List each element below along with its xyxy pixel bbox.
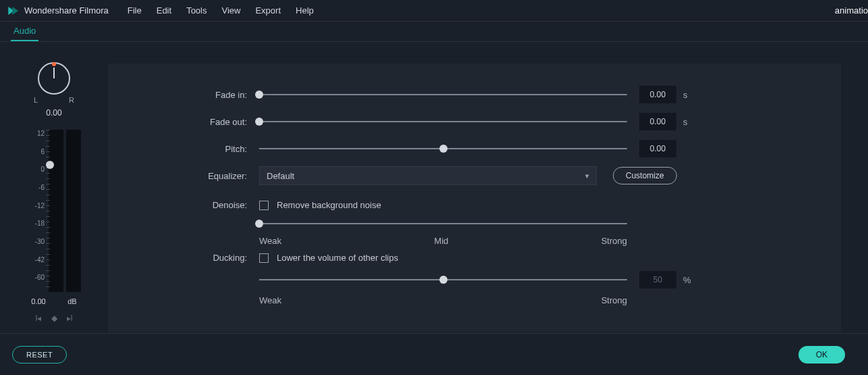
footer: RESET OK bbox=[0, 333, 868, 375]
vu-tick: -18 bbox=[35, 220, 45, 227]
vu-tick: -30 bbox=[35, 238, 45, 245]
label-denoise: Denoise: bbox=[124, 200, 259, 210]
denoise-mid: Mid bbox=[434, 236, 448, 246]
reset-button[interactable]: RESET bbox=[12, 346, 67, 364]
menu-edit[interactable]: Edit bbox=[157, 5, 171, 16]
vu-tick: 6 bbox=[40, 148, 45, 155]
vu-tick: -42 bbox=[35, 256, 45, 264]
vu-tick: -12 bbox=[35, 202, 45, 209]
slider-thumb-icon[interactable] bbox=[255, 91, 263, 99]
tab-audio[interactable]: Audio bbox=[11, 22, 38, 41]
pan-r: R bbox=[69, 96, 74, 104]
pan-lr-labels: L R bbox=[34, 96, 74, 104]
menu-export[interactable]: Export bbox=[255, 5, 281, 16]
denoise-checkbox[interactable] bbox=[259, 201, 269, 210]
svg-marker-1 bbox=[12, 7, 18, 15]
pitch-slider[interactable] bbox=[259, 143, 627, 154]
pan-value: 0.00 bbox=[46, 108, 61, 118]
fade-in-unit: s bbox=[683, 90, 688, 100]
ducking-value[interactable]: 50 bbox=[639, 271, 676, 289]
menu-tools[interactable]: Tools bbox=[186, 5, 207, 16]
denoise-strong: Strong bbox=[601, 236, 627, 246]
menu-items: File Edit Tools View Export Help bbox=[128, 5, 314, 16]
label-fade-in: Fade in: bbox=[124, 90, 259, 100]
ducking-strong: Strong bbox=[601, 295, 627, 305]
tab-row: Audio bbox=[0, 22, 868, 42]
denoise-checkbox-label: Remove background noise bbox=[277, 200, 381, 210]
next-keyframe-icon[interactable]: ▸I bbox=[67, 314, 73, 323]
settings-panel: Fade in: 0.00 s Fade out: 0.00 s Pitch: bbox=[108, 64, 841, 332]
app-logo: Wondershare Filmora bbox=[7, 5, 109, 17]
vu-bar-right bbox=[66, 130, 81, 292]
row-fade-in: Fade in: 0.00 s bbox=[124, 81, 825, 108]
customize-button[interactable]: Customize bbox=[613, 167, 677, 184]
ducking-checkbox-label: Lower the volume of other clips bbox=[277, 253, 398, 263]
slider-track-icon bbox=[259, 223, 627, 224]
chevron-down-icon: ▾ bbox=[585, 172, 589, 180]
vu-unit: dB bbox=[67, 297, 76, 305]
label-ducking: Ducking: bbox=[124, 253, 259, 263]
ducking-range-labels: Weak Strong bbox=[259, 295, 627, 305]
ducking-slider[interactable] bbox=[259, 274, 627, 285]
equalizer-select[interactable]: Default ▾ bbox=[259, 166, 597, 185]
menubar: Wondershare Filmora File Edit Tools View… bbox=[0, 0, 868, 22]
keyframe-controls: I◂ ◆ ▸I bbox=[35, 314, 73, 323]
slider-thumb-icon[interactable] bbox=[439, 145, 447, 153]
filmora-logo-icon bbox=[7, 5, 19, 17]
slider-thumb-icon[interactable] bbox=[255, 220, 263, 228]
vu-meter: 12 6 0 -6 -12 -18 -30 -42 -60 bbox=[27, 130, 81, 292]
vu-bar-left bbox=[49, 130, 63, 292]
pan-l: L bbox=[34, 96, 38, 104]
denoise-slider[interactable] bbox=[259, 218, 627, 229]
pan-dial[interactable] bbox=[38, 62, 70, 95]
fade-out-unit: s bbox=[683, 117, 688, 127]
menu-view[interactable]: View bbox=[221, 5, 240, 16]
ducking-checkbox[interactable] bbox=[259, 253, 269, 263]
menu-file[interactable]: File bbox=[128, 5, 142, 16]
add-keyframe-icon[interactable]: ◆ bbox=[51, 314, 57, 323]
label-fade-out: Fade out: bbox=[124, 117, 259, 127]
row-pitch: Pitch: 0.00 bbox=[124, 135, 825, 162]
pitch-value[interactable]: 0.00 bbox=[639, 140, 676, 157]
vu-tick: -60 bbox=[35, 274, 45, 281]
app-title: Wondershare Filmora bbox=[24, 5, 109, 16]
ducking-checkbox-row: Lower the volume of other clips bbox=[259, 253, 691, 263]
ducking-weak: Weak bbox=[259, 295, 281, 305]
main-area: L R 0.00 12 6 0 -6 -12 -18 -30 -42 -60 bbox=[0, 42, 868, 332]
row-denoise: Denoise: Remove background noise Weak Mi… bbox=[124, 197, 825, 242]
row-fade-out: Fade out: 0.00 s bbox=[124, 108, 825, 135]
denoise-checkbox-row: Remove background noise bbox=[259, 200, 627, 210]
fade-out-slider[interactable] bbox=[259, 116, 627, 127]
slider-track-icon bbox=[259, 121, 627, 122]
denoise-weak: Weak bbox=[259, 236, 281, 246]
vu-value: 0.00 bbox=[31, 297, 45, 305]
row-ducking: Ducking: Lower the volume of other clips… bbox=[124, 250, 825, 295]
fade-in-slider[interactable] bbox=[259, 89, 627, 100]
slider-thumb-icon[interactable] bbox=[255, 118, 263, 126]
slider-track-icon bbox=[259, 94, 627, 95]
equalizer-selected: Default bbox=[267, 171, 294, 181]
label-equalizer: Equalizer: bbox=[124, 171, 259, 181]
menu-help[interactable]: Help bbox=[296, 5, 314, 16]
vu-tick: 0 bbox=[40, 166, 45, 173]
left-panel: L R 0.00 12 6 0 -6 -12 -18 -30 -42 -60 bbox=[0, 42, 108, 332]
fade-in-value[interactable]: 0.00 bbox=[639, 86, 676, 103]
vu-bars bbox=[49, 130, 81, 292]
ducking-unit: % bbox=[683, 275, 691, 285]
denoise-range-labels: Weak Mid Strong bbox=[259, 236, 627, 246]
fade-out-value[interactable]: 0.00 bbox=[639, 113, 676, 130]
prev-keyframe-icon[interactable]: I◂ bbox=[35, 314, 41, 323]
ok-button[interactable]: OK bbox=[798, 346, 845, 364]
title-right-text: animatio bbox=[835, 5, 868, 16]
slider-thumb-icon[interactable] bbox=[439, 276, 447, 284]
vu-ruler-icon bbox=[46, 130, 50, 292]
vu-tick: -6 bbox=[38, 184, 45, 191]
volume-slider-knob[interactable] bbox=[46, 161, 54, 169]
pan-marker-icon bbox=[52, 62, 56, 66]
vu-readout: 0.00 dB bbox=[20, 297, 88, 305]
row-equalizer: Equalizer: Default ▾ Customize bbox=[124, 162, 825, 189]
label-pitch: Pitch: bbox=[124, 144, 259, 154]
vu-tick: 12 bbox=[37, 130, 45, 137]
vu-scale: 12 6 0 -6 -12 -18 -30 -42 -60 bbox=[27, 130, 46, 292]
